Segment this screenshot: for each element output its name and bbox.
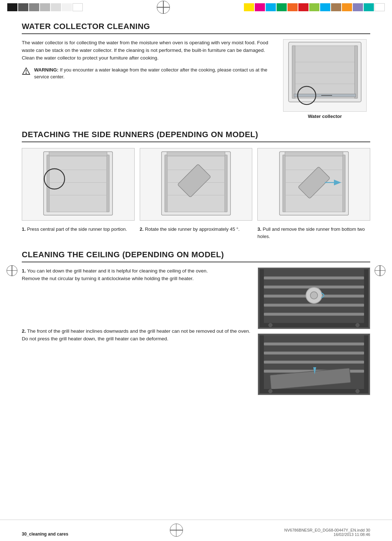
svg-rect-63 — [260, 389, 368, 393]
ceiling-text: 1. You can let down the grill heater and… — [22, 267, 250, 395]
svg-rect-29 — [167, 152, 225, 156]
color-block — [51, 3, 61, 11]
ceiling-svg-1 — [260, 269, 368, 327]
svg-rect-42 — [263, 276, 365, 279]
svg-rect-57 — [263, 361, 365, 364]
water-collector-text: The water collector is for collecting th… — [22, 39, 272, 119]
water-collector-layout: The water collector is for collecting th… — [22, 39, 370, 119]
svg-rect-40 — [285, 152, 343, 156]
footer-page-label: 30_cleaning and cares — [22, 532, 68, 537]
water-collector-caption: Water collector — [308, 114, 342, 119]
side-runner-image-2 — [140, 148, 253, 221]
color-block — [73, 3, 83, 11]
color-block — [331, 3, 341, 11]
color-block — [18, 3, 28, 11]
ceiling-step1: 1. You can let down the grill heater and… — [22, 267, 250, 283]
svg-point-48 — [310, 292, 318, 299]
side-runners-images — [22, 148, 370, 221]
ceiling-svg-2 — [260, 335, 368, 393]
color-block — [298, 3, 309, 11]
color-block — [287, 3, 298, 11]
color-block — [342, 3, 352, 11]
warning-text: WARNING: If you encounter a water leakag… — [34, 66, 272, 81]
svg-rect-7 — [292, 46, 295, 98]
svg-rect-14 — [47, 155, 49, 212]
ceiling-content-layout: 1. You can let down the grill heater and… — [22, 267, 370, 395]
svg-rect-33 — [343, 155, 345, 212]
color-block — [320, 3, 330, 11]
svg-point-53 — [356, 323, 359, 327]
register-mark-right — [375, 265, 385, 276]
section-runners-title: DETACHING THE SIDE RUNNERS (DEPENDING ON… — [22, 130, 370, 142]
svg-rect-61 — [260, 335, 264, 393]
section-water-collector: WATER COLLECTOR CLEANING The water colle… — [22, 22, 370, 119]
color-block — [277, 3, 287, 11]
step-1-text: 1. Press central part of the side runner… — [22, 226, 135, 240]
water-collector-image — [283, 39, 367, 112]
section-ceiling: CLEANING THE CEILING (DEPENDING ON MODEL… — [22, 250, 370, 395]
print-marks-top — [0, 0, 392, 15]
register-mark-bottom — [170, 524, 183, 537]
svg-rect-8 — [355, 46, 358, 98]
footer-file-info: NV6786BNESR_EO_DG68-00447Y_EN.indd 30 16… — [284, 528, 370, 537]
color-blocks-left — [7, 3, 83, 11]
color-block — [309, 3, 319, 11]
svg-point-52 — [269, 323, 272, 327]
svg-rect-62 — [364, 335, 368, 393]
svg-rect-49 — [260, 269, 264, 327]
color-block — [364, 3, 374, 11]
ceiling-image-2 — [258, 333, 370, 395]
ceiling-step2: 2. The front of the grill heater incline… — [22, 328, 250, 343]
runner-svg-3 — [278, 150, 350, 219]
svg-rect-15 — [107, 155, 109, 212]
water-collector-svg — [285, 40, 365, 111]
register-mark-left — [7, 265, 17, 276]
color-block — [353, 3, 363, 11]
svg-rect-32 — [283, 155, 285, 212]
side-runners-steps: 1. Press central part of the side runner… — [22, 226, 370, 240]
svg-rect-51 — [260, 323, 368, 327]
svg-rect-50 — [364, 269, 368, 327]
runner-svg-2 — [160, 150, 232, 219]
step-3-text: 3. Pull and remove the side runner from … — [257, 226, 370, 240]
water-collector-image-area: Water collector — [279, 39, 370, 119]
runner-svg-1 — [42, 150, 114, 219]
svg-rect-46 — [263, 313, 365, 316]
warning-box: WARNING: If you encounter a water leakag… — [22, 66, 272, 81]
color-blocks-right — [244, 3, 385, 11]
water-collector-body: The water collector is for collecting th… — [22, 39, 272, 62]
svg-rect-55 — [263, 343, 365, 345]
ceiling-images — [258, 267, 370, 395]
color-block — [62, 3, 72, 11]
ceiling-image-1 — [258, 267, 370, 329]
color-block — [40, 3, 50, 11]
section-ceiling-title: CLEANING THE CEILING (DEPENDING ON MODEL… — [22, 250, 370, 262]
svg-point-65 — [356, 389, 359, 393]
color-block — [7, 3, 17, 11]
side-runner-image-3 — [257, 148, 370, 221]
svg-point-1 — [26, 73, 26, 73]
svg-rect-24 — [225, 155, 227, 212]
svg-point-64 — [269, 389, 272, 393]
color-block — [266, 3, 276, 11]
register-mark-top — [157, 1, 170, 14]
page-footer: 30_cleaning and cares NV6786BNESR_EO_DG6… — [0, 520, 392, 541]
svg-rect-3 — [292, 46, 358, 98]
section-side-runners: DETACHING THE SIDE RUNNERS (DEPENDING ON… — [22, 130, 370, 240]
color-block — [255, 3, 265, 11]
section-water-title: WATER COLLECTOR CLEANING — [22, 22, 370, 34]
page-content: WATER COLLECTOR CLEANING The water colle… — [0, 15, 392, 424]
side-runner-image-1 — [22, 148, 135, 221]
step-2-text: 2. Rotate the side runner by approximate… — [140, 226, 253, 240]
warning-icon — [22, 67, 30, 75]
svg-rect-56 — [263, 352, 365, 354]
svg-rect-23 — [165, 155, 167, 212]
svg-rect-45 — [263, 304, 365, 307]
color-block — [29, 3, 39, 11]
svg-rect-13 — [47, 155, 109, 212]
color-block — [375, 3, 385, 11]
svg-rect-20 — [49, 152, 107, 156]
color-block — [244, 3, 254, 11]
